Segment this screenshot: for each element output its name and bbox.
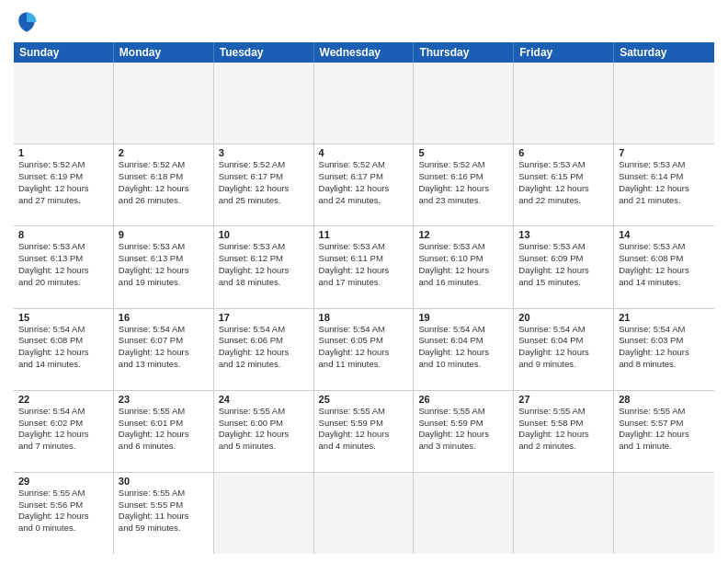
daylight2: and 27 minutes.	[18, 195, 108, 207]
logo-icon	[14, 9, 40, 35]
day-number: 25	[319, 394, 409, 405]
daylight: Daylight: 12 hours	[518, 183, 609, 195]
calendar-cell: 12 Sunrise: 5:53 AM Sunset: 6:10 PM Dayl…	[414, 226, 514, 307]
sunrise: Sunrise: 5:53 AM	[119, 241, 209, 253]
sunset: Sunset: 6:18 PM	[119, 171, 209, 183]
daylight2: and 59 minutes.	[119, 523, 209, 534]
daylight: Daylight: 12 hours	[619, 265, 710, 277]
daylight2: and 7 minutes.	[18, 441, 108, 453]
calendar-cell	[614, 63, 714, 144]
daylight2: and 0 minutes.	[18, 523, 108, 534]
sunrise: Sunrise: 5:54 AM	[319, 324, 409, 336]
sunset: Sunset: 6:14 PM	[619, 171, 710, 183]
daylight: Daylight: 12 hours	[319, 429, 409, 441]
calendar-cell	[314, 63, 415, 144]
calendar-row: 1 Sunrise: 5:52 AM Sunset: 6:19 PM Dayli…	[14, 144, 714, 226]
day-header-wednesday: Wednesday	[314, 42, 415, 63]
calendar-cell: 8 Sunrise: 5:53 AM Sunset: 6:13 PM Dayli…	[14, 226, 114, 307]
calendar-cell: 17 Sunrise: 5:54 AM Sunset: 6:06 PM Dayl…	[214, 309, 314, 390]
sunrise: Sunrise: 5:53 AM	[319, 241, 409, 253]
daylight: Daylight: 12 hours	[619, 347, 710, 359]
calendar-cell: 9 Sunrise: 5:53 AM Sunset: 6:13 PM Dayli…	[114, 226, 214, 307]
day-number: 28	[619, 394, 710, 405]
calendar-header: SundayMondayTuesdayWednesdayThursdayFrid…	[14, 42, 714, 63]
daylight: Daylight: 12 hours	[518, 347, 609, 359]
day-number: 15	[18, 312, 108, 323]
day-header-saturday: Saturday	[614, 42, 714, 63]
calendar-cell: 4 Sunrise: 5:52 AM Sunset: 6:17 PM Dayli…	[314, 144, 415, 225]
sunset: Sunset: 6:13 PM	[18, 253, 108, 265]
daylight2: and 9 minutes.	[518, 359, 609, 371]
calendar-cell: 3 Sunrise: 5:52 AM Sunset: 6:17 PM Dayli…	[214, 144, 314, 225]
daylight2: and 24 minutes.	[319, 195, 409, 207]
sunrise: Sunrise: 5:52 AM	[418, 159, 508, 171]
daylight2: and 2 minutes.	[518, 441, 609, 453]
daylight2: and 18 minutes.	[219, 277, 309, 289]
sunset: Sunset: 6:00 PM	[219, 418, 309, 430]
sunrise: Sunrise: 5:55 AM	[119, 488, 209, 500]
calendar-cell: 6 Sunrise: 5:53 AM Sunset: 6:15 PM Dayli…	[514, 144, 614, 225]
calendar-cell	[514, 63, 614, 144]
calendar-cell: 13 Sunrise: 5:53 AM Sunset: 6:09 PM Dayl…	[514, 226, 614, 307]
daylight: Daylight: 12 hours	[119, 183, 209, 195]
sunset: Sunset: 6:04 PM	[418, 335, 508, 347]
daylight: Daylight: 12 hours	[18, 429, 108, 441]
sunset: Sunset: 6:08 PM	[619, 253, 710, 265]
day-number: 16	[119, 312, 209, 323]
calendar-cell: 22 Sunrise: 5:54 AM Sunset: 6:02 PM Dayl…	[14, 391, 114, 472]
sunrise: Sunrise: 5:53 AM	[619, 159, 710, 171]
calendar-cell: 16 Sunrise: 5:54 AM Sunset: 6:07 PM Dayl…	[114, 309, 214, 390]
calendar-page: SundayMondayTuesdayWednesdayThursdayFrid…	[0, 0, 728, 563]
day-number: 23	[119, 394, 209, 405]
day-number: 2	[119, 147, 209, 158]
daylight2: and 20 minutes.	[18, 277, 108, 289]
day-number: 9	[119, 229, 209, 240]
daylight2: and 8 minutes.	[619, 359, 710, 371]
calendar-row: 22 Sunrise: 5:54 AM Sunset: 6:02 PM Dayl…	[14, 391, 714, 473]
sunset: Sunset: 6:13 PM	[119, 253, 209, 265]
calendar-cell	[314, 473, 415, 554]
daylight2: and 3 minutes.	[418, 441, 508, 453]
day-number: 1	[18, 147, 108, 158]
sunrise: Sunrise: 5:54 AM	[119, 324, 209, 336]
day-number: 14	[619, 229, 710, 240]
day-number: 21	[619, 312, 710, 323]
daylight: Daylight: 12 hours	[518, 429, 609, 441]
sunrise: Sunrise: 5:55 AM	[18, 488, 108, 500]
sunrise: Sunrise: 5:55 AM	[418, 406, 508, 418]
calendar-cell: 21 Sunrise: 5:54 AM Sunset: 6:03 PM Dayl…	[614, 309, 714, 390]
calendar-cell	[614, 473, 714, 554]
sunrise: Sunrise: 5:54 AM	[18, 406, 108, 418]
day-number: 22	[18, 394, 108, 405]
calendar-cell: 30 Sunrise: 5:55 AM Sunset: 5:55 PM Dayl…	[114, 473, 214, 554]
sunrise: Sunrise: 5:55 AM	[219, 406, 309, 418]
day-header-thursday: Thursday	[414, 42, 514, 63]
daylight2: and 12 minutes.	[219, 359, 309, 371]
sunset: Sunset: 6:17 PM	[319, 171, 409, 183]
daylight2: and 13 minutes.	[119, 359, 209, 371]
calendar-cell: 28 Sunrise: 5:55 AM Sunset: 5:57 PM Dayl…	[614, 391, 714, 472]
daylight: Daylight: 12 hours	[18, 183, 108, 195]
daylight2: and 14 minutes.	[619, 277, 710, 289]
day-number: 20	[518, 312, 609, 323]
daylight: Daylight: 12 hours	[418, 429, 508, 441]
sunset: Sunset: 6:10 PM	[418, 253, 508, 265]
calendar-cell: 18 Sunrise: 5:54 AM Sunset: 6:05 PM Dayl…	[314, 309, 415, 390]
calendar-cell: 5 Sunrise: 5:52 AM Sunset: 6:16 PM Dayli…	[414, 144, 514, 225]
daylight2: and 4 minutes.	[319, 441, 409, 453]
sunset: Sunset: 6:02 PM	[18, 418, 108, 430]
calendar-cell: 19 Sunrise: 5:54 AM Sunset: 6:04 PM Dayl…	[414, 309, 514, 390]
day-number: 12	[418, 229, 508, 240]
daylight2: and 23 minutes.	[418, 195, 508, 207]
calendar-cell: 26 Sunrise: 5:55 AM Sunset: 5:59 PM Dayl…	[414, 391, 514, 472]
calendar-cell: 25 Sunrise: 5:55 AM Sunset: 5:59 PM Dayl…	[314, 391, 415, 472]
daylight2: and 17 minutes.	[319, 277, 409, 289]
calendar-cell: 7 Sunrise: 5:53 AM Sunset: 6:14 PM Dayli…	[614, 144, 714, 225]
day-header-monday: Monday	[114, 42, 214, 63]
header	[14, 9, 714, 35]
daylight: Daylight: 12 hours	[518, 265, 609, 277]
daylight2: and 6 minutes.	[119, 441, 209, 453]
calendar-cell: 11 Sunrise: 5:53 AM Sunset: 6:11 PM Dayl…	[314, 226, 415, 307]
calendar-cell: 24 Sunrise: 5:55 AM Sunset: 6:00 PM Dayl…	[214, 391, 314, 472]
day-number: 24	[219, 394, 309, 405]
